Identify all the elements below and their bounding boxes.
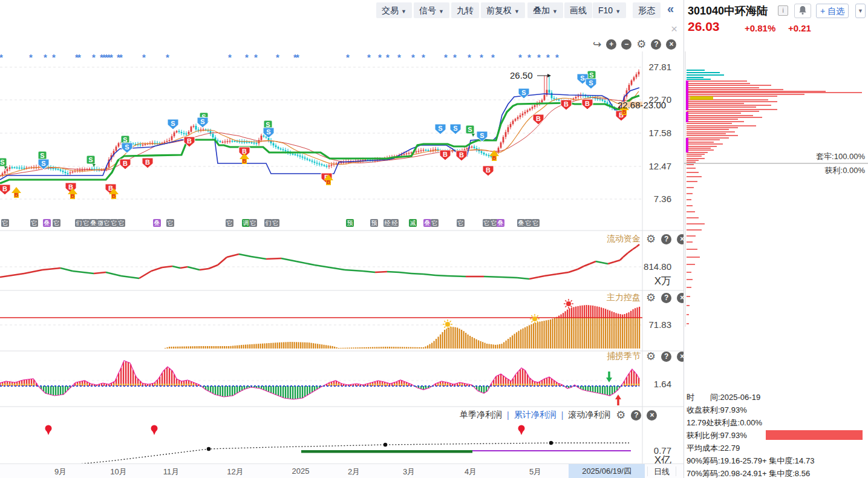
signal-badge[interactable]: 它	[53, 219, 60, 227]
signal-badge[interactable]: 预	[370, 219, 378, 227]
toolbar-button-3[interactable]: 前复权▼	[481, 2, 525, 18]
svg-text:S: S	[438, 125, 442, 132]
close-panel-icon[interactable]: ×	[647, 410, 657, 421]
toolbar-button-7[interactable]: 形态	[633, 2, 661, 18]
flow-panel-header: 流动资金 ⚙ ? ×	[607, 234, 687, 244]
svg-text:B: B	[486, 166, 491, 174]
settings-gear-icon[interactable]: ⚙	[646, 234, 656, 244]
svg-text:*: *	[245, 52, 249, 62]
svg-text:S: S	[41, 160, 45, 167]
axis-label: 3月	[403, 467, 415, 477]
signal-badge[interactable]: 它	[431, 219, 439, 227]
svg-text:*: *	[254, 52, 258, 62]
signal-badge[interactable]: 它	[226, 219, 233, 227]
help-icon[interactable]: ?	[661, 352, 671, 362]
watchlist-caret-icon[interactable]: ▼	[855, 4, 866, 18]
svg-text:B: B	[15, 192, 19, 198]
tab-separator: |	[507, 410, 509, 420]
svg-text:71.83: 71.83	[648, 319, 671, 330]
svg-text:*: *	[422, 52, 425, 62]
svg-text:B: B	[71, 193, 75, 199]
svg-text:*: *	[109, 52, 113, 62]
svg-text:S: S	[125, 143, 129, 151]
svg-text:B: B	[145, 159, 150, 166]
signal-badge[interactable]: 叠	[497, 219, 504, 227]
svg-text:B: B	[492, 155, 497, 161]
signal-badge[interactable]: 它	[117, 219, 125, 227]
change-percent: +0.81%	[745, 23, 775, 33]
chevron-down-icon: ▼	[439, 8, 444, 15]
flow-panel-title: 流动资金	[607, 234, 641, 244]
settings-gear-icon[interactable]: ⚙	[646, 293, 656, 303]
control-panel-title: 主力控盘	[607, 292, 641, 303]
alert-bell-icon[interactable]	[794, 4, 811, 18]
svg-text:S: S	[589, 71, 593, 79]
collapse-toolbar-icon[interactable]: «	[667, 2, 674, 16]
svg-text:*: *	[166, 52, 169, 62]
svg-text:*: *	[527, 52, 531, 62]
signal-badge[interactable]: 它	[1, 219, 9, 227]
toolbar-button-6[interactable]: F10▼	[593, 2, 626, 18]
svg-text:S: S	[171, 120, 175, 127]
svg-text:7.36: 7.36	[654, 194, 671, 204]
toolbar-button-1[interactable]: 信号▼	[414, 2, 449, 18]
info-icon[interactable]: i	[778, 5, 788, 16]
profit-ratio-bar	[766, 430, 863, 440]
main-chart-canvas[interactable]: 27.8122.7017.5812.477.36****************…	[0, 36, 684, 463]
stat-line: 获利比例:97.93%	[687, 430, 747, 441]
svg-text:*: *	[386, 52, 390, 62]
season-panel-title: 捕捞季节	[607, 351, 641, 362]
signal-badge[interactable]: 它	[532, 219, 540, 227]
signal-badge[interactable]: 它	[249, 219, 257, 227]
svg-text:*: *	[411, 52, 415, 62]
svg-text:B: B	[564, 100, 569, 108]
svg-text:*: *	[119, 52, 123, 62]
profit-tab-0[interactable]: 单季净利润	[460, 410, 502, 421]
profit-ratio-label: 获利:0.00%	[825, 165, 865, 176]
axis-label: 5月	[529, 467, 541, 477]
stat-line: 12.79处获利盘:0.00%	[687, 417, 762, 428]
svg-text:22.68-23.00: 22.68-23.00	[618, 100, 666, 110]
svg-text:S: S	[40, 152, 44, 159]
toolbar-button-0[interactable]: 交易▼	[376, 2, 412, 18]
svg-text:*: *	[296, 52, 299, 62]
profit-tab-2[interactable]: 滚动净利润	[568, 410, 610, 421]
signal-badge[interactable]: 它	[457, 219, 465, 227]
svg-text:*: *	[480, 52, 483, 62]
help-icon[interactable]: ?	[631, 410, 641, 421]
svg-text:17.58: 17.58	[648, 128, 671, 138]
axis-label: 11月	[163, 467, 180, 477]
svg-text:S: S	[123, 136, 127, 143]
add-watchlist-button[interactable]: + 自选	[816, 4, 849, 18]
chevron-down-icon: ▼	[514, 8, 520, 15]
help-icon[interactable]: ?	[661, 234, 671, 244]
chart-close-icon[interactable]: ×	[671, 22, 677, 36]
toolbar-button-2[interactable]: 九转	[451, 2, 479, 18]
toolbar-button-5[interactable]: 画线	[564, 2, 592, 18]
axis-label: 2025	[292, 467, 310, 476]
svg-text:*: *	[77, 52, 81, 62]
signal-badge[interactable]: 经	[391, 219, 399, 227]
period-selector[interactable]: 日线	[647, 467, 676, 476]
profit-tab-1[interactable]: 累计净利润	[514, 410, 556, 421]
settings-gear-icon[interactable]: ⚙	[646, 352, 656, 362]
svg-text:S: S	[0, 159, 4, 166]
svg-text:12.47: 12.47	[648, 161, 671, 171]
chip-distribution-chart	[684, 51, 868, 330]
time-axis[interactable]: 9月10月11月12月20252月3月4月5月2025/06/19/四日线	[0, 463, 684, 478]
signal-badge[interactable]: 它	[30, 219, 38, 227]
signal-badge[interactable]: 叠	[153, 219, 161, 227]
signal-badge[interactable]: 它	[272, 219, 279, 227]
svg-text:S: S	[480, 132, 484, 139]
toolbar-button-4[interactable]: 叠加▼	[527, 2, 563, 18]
svg-text:S: S	[266, 128, 270, 136]
signal-badge[interactable]: 减	[409, 219, 417, 227]
axis-label: 4月	[465, 467, 477, 477]
signal-badge[interactable]: 叠	[43, 219, 51, 227]
help-icon[interactable]: ?	[661, 293, 671, 303]
signal-badge[interactable]: 预	[346, 219, 354, 227]
svg-text:*: *	[491, 52, 495, 62]
signal-badge[interactable]: 它	[166, 219, 174, 227]
settings-gear-icon[interactable]: ⚙	[616, 410, 625, 421]
svg-text:*: *	[555, 52, 559, 62]
